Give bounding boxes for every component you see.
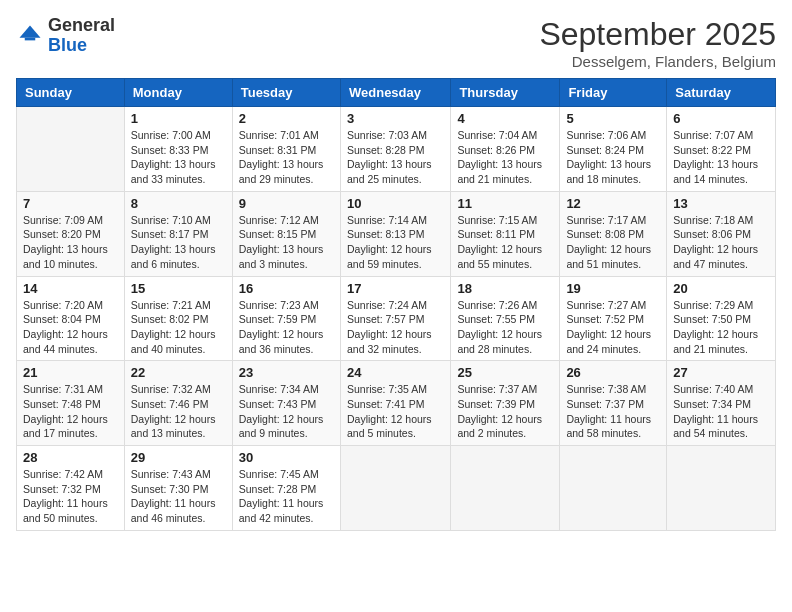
calendar-cell: 16Sunrise: 7:23 AM Sunset: 7:59 PM Dayli… xyxy=(232,276,340,361)
day-info: Sunrise: 7:26 AM Sunset: 7:55 PM Dayligh… xyxy=(457,298,553,357)
day-info: Sunrise: 7:35 AM Sunset: 7:41 PM Dayligh… xyxy=(347,382,444,441)
calendar-cell: 25Sunrise: 7:37 AM Sunset: 7:39 PM Dayli… xyxy=(451,361,560,446)
day-info: Sunrise: 7:10 AM Sunset: 8:17 PM Dayligh… xyxy=(131,213,226,272)
column-header-tuesday: Tuesday xyxy=(232,79,340,107)
day-info: Sunrise: 7:45 AM Sunset: 7:28 PM Dayligh… xyxy=(239,467,334,526)
day-info: Sunrise: 7:03 AM Sunset: 8:28 PM Dayligh… xyxy=(347,128,444,187)
day-info: Sunrise: 7:01 AM Sunset: 8:31 PM Dayligh… xyxy=(239,128,334,187)
day-info: Sunrise: 7:32 AM Sunset: 7:46 PM Dayligh… xyxy=(131,382,226,441)
day-info: Sunrise: 7:24 AM Sunset: 7:57 PM Dayligh… xyxy=(347,298,444,357)
calendar-cell: 22Sunrise: 7:32 AM Sunset: 7:46 PM Dayli… xyxy=(124,361,232,446)
day-number: 4 xyxy=(457,111,553,126)
calendar-cell xyxy=(560,446,667,531)
month-year-title: September 2025 xyxy=(539,16,776,53)
day-number: 28 xyxy=(23,450,118,465)
day-number: 20 xyxy=(673,281,769,296)
day-number: 8 xyxy=(131,196,226,211)
column-header-thursday: Thursday xyxy=(451,79,560,107)
calendar-cell: 15Sunrise: 7:21 AM Sunset: 8:02 PM Dayli… xyxy=(124,276,232,361)
column-header-friday: Friday xyxy=(560,79,667,107)
calendar-week-row: 21Sunrise: 7:31 AM Sunset: 7:48 PM Dayli… xyxy=(17,361,776,446)
calendar-cell: 14Sunrise: 7:20 AM Sunset: 8:04 PM Dayli… xyxy=(17,276,125,361)
calendar-cell: 10Sunrise: 7:14 AM Sunset: 8:13 PM Dayli… xyxy=(340,191,450,276)
day-info: Sunrise: 7:27 AM Sunset: 7:52 PM Dayligh… xyxy=(566,298,660,357)
day-info: Sunrise: 7:20 AM Sunset: 8:04 PM Dayligh… xyxy=(23,298,118,357)
day-info: Sunrise: 7:23 AM Sunset: 7:59 PM Dayligh… xyxy=(239,298,334,357)
day-info: Sunrise: 7:17 AM Sunset: 8:08 PM Dayligh… xyxy=(566,213,660,272)
calendar-cell: 1Sunrise: 7:00 AM Sunset: 8:33 PM Daylig… xyxy=(124,107,232,192)
calendar-cell: 5Sunrise: 7:06 AM Sunset: 8:24 PM Daylig… xyxy=(560,107,667,192)
calendar-cell: 2Sunrise: 7:01 AM Sunset: 8:31 PM Daylig… xyxy=(232,107,340,192)
calendar-cell: 19Sunrise: 7:27 AM Sunset: 7:52 PM Dayli… xyxy=(560,276,667,361)
calendar-week-row: 28Sunrise: 7:42 AM Sunset: 7:32 PM Dayli… xyxy=(17,446,776,531)
calendar-week-row: 1Sunrise: 7:00 AM Sunset: 8:33 PM Daylig… xyxy=(17,107,776,192)
day-number: 11 xyxy=(457,196,553,211)
logo: General Blue xyxy=(16,16,115,56)
day-number: 26 xyxy=(566,365,660,380)
calendar-cell: 23Sunrise: 7:34 AM Sunset: 7:43 PM Dayli… xyxy=(232,361,340,446)
title-block: September 2025 Desselgem, Flanders, Belg… xyxy=(539,16,776,70)
calendar-cell: 18Sunrise: 7:26 AM Sunset: 7:55 PM Dayli… xyxy=(451,276,560,361)
column-header-saturday: Saturday xyxy=(667,79,776,107)
day-number: 27 xyxy=(673,365,769,380)
svg-marker-0 xyxy=(20,25,41,37)
day-info: Sunrise: 7:21 AM Sunset: 8:02 PM Dayligh… xyxy=(131,298,226,357)
day-info: Sunrise: 7:15 AM Sunset: 8:11 PM Dayligh… xyxy=(457,213,553,272)
calendar-cell: 13Sunrise: 7:18 AM Sunset: 8:06 PM Dayli… xyxy=(667,191,776,276)
day-number: 19 xyxy=(566,281,660,296)
calendar-cell: 20Sunrise: 7:29 AM Sunset: 7:50 PM Dayli… xyxy=(667,276,776,361)
page-header: General Blue September 2025 Desselgem, F… xyxy=(16,16,776,70)
day-info: Sunrise: 7:29 AM Sunset: 7:50 PM Dayligh… xyxy=(673,298,769,357)
column-header-wednesday: Wednesday xyxy=(340,79,450,107)
calendar-cell: 29Sunrise: 7:43 AM Sunset: 7:30 PM Dayli… xyxy=(124,446,232,531)
calendar-cell xyxy=(451,446,560,531)
day-number: 14 xyxy=(23,281,118,296)
day-info: Sunrise: 7:12 AM Sunset: 8:15 PM Dayligh… xyxy=(239,213,334,272)
day-info: Sunrise: 7:34 AM Sunset: 7:43 PM Dayligh… xyxy=(239,382,334,441)
column-header-monday: Monday xyxy=(124,79,232,107)
day-info: Sunrise: 7:09 AM Sunset: 8:20 PM Dayligh… xyxy=(23,213,118,272)
day-number: 6 xyxy=(673,111,769,126)
calendar-week-row: 14Sunrise: 7:20 AM Sunset: 8:04 PM Dayli… xyxy=(17,276,776,361)
calendar-cell: 8Sunrise: 7:10 AM Sunset: 8:17 PM Daylig… xyxy=(124,191,232,276)
day-number: 3 xyxy=(347,111,444,126)
day-number: 17 xyxy=(347,281,444,296)
day-info: Sunrise: 7:37 AM Sunset: 7:39 PM Dayligh… xyxy=(457,382,553,441)
location-subtitle: Desselgem, Flanders, Belgium xyxy=(539,53,776,70)
day-info: Sunrise: 7:07 AM Sunset: 8:22 PM Dayligh… xyxy=(673,128,769,187)
day-info: Sunrise: 7:14 AM Sunset: 8:13 PM Dayligh… xyxy=(347,213,444,272)
calendar-header-row: SundayMondayTuesdayWednesdayThursdayFrid… xyxy=(17,79,776,107)
calendar-cell: 17Sunrise: 7:24 AM Sunset: 7:57 PM Dayli… xyxy=(340,276,450,361)
day-number: 10 xyxy=(347,196,444,211)
day-number: 22 xyxy=(131,365,226,380)
calendar-week-row: 7Sunrise: 7:09 AM Sunset: 8:20 PM Daylig… xyxy=(17,191,776,276)
calendar-cell: 3Sunrise: 7:03 AM Sunset: 8:28 PM Daylig… xyxy=(340,107,450,192)
logo-icon xyxy=(16,22,44,50)
svg-rect-1 xyxy=(25,38,36,41)
calendar-cell: 9Sunrise: 7:12 AM Sunset: 8:15 PM Daylig… xyxy=(232,191,340,276)
calendar-cell xyxy=(17,107,125,192)
calendar-cell: 11Sunrise: 7:15 AM Sunset: 8:11 PM Dayli… xyxy=(451,191,560,276)
column-header-sunday: Sunday xyxy=(17,79,125,107)
calendar-cell: 7Sunrise: 7:09 AM Sunset: 8:20 PM Daylig… xyxy=(17,191,125,276)
calendar-cell: 30Sunrise: 7:45 AM Sunset: 7:28 PM Dayli… xyxy=(232,446,340,531)
logo-general-text: General xyxy=(48,15,115,35)
calendar-cell: 21Sunrise: 7:31 AM Sunset: 7:48 PM Dayli… xyxy=(17,361,125,446)
day-number: 7 xyxy=(23,196,118,211)
day-number: 23 xyxy=(239,365,334,380)
day-number: 30 xyxy=(239,450,334,465)
day-number: 16 xyxy=(239,281,334,296)
day-info: Sunrise: 7:43 AM Sunset: 7:30 PM Dayligh… xyxy=(131,467,226,526)
day-info: Sunrise: 7:06 AM Sunset: 8:24 PM Dayligh… xyxy=(566,128,660,187)
day-number: 12 xyxy=(566,196,660,211)
calendar-cell: 6Sunrise: 7:07 AM Sunset: 8:22 PM Daylig… xyxy=(667,107,776,192)
day-info: Sunrise: 7:40 AM Sunset: 7:34 PM Dayligh… xyxy=(673,382,769,441)
calendar-cell: 4Sunrise: 7:04 AM Sunset: 8:26 PM Daylig… xyxy=(451,107,560,192)
day-number: 21 xyxy=(23,365,118,380)
day-number: 13 xyxy=(673,196,769,211)
day-info: Sunrise: 7:31 AM Sunset: 7:48 PM Dayligh… xyxy=(23,382,118,441)
day-number: 18 xyxy=(457,281,553,296)
day-number: 2 xyxy=(239,111,334,126)
day-number: 15 xyxy=(131,281,226,296)
logo-blue-text: Blue xyxy=(48,35,87,55)
